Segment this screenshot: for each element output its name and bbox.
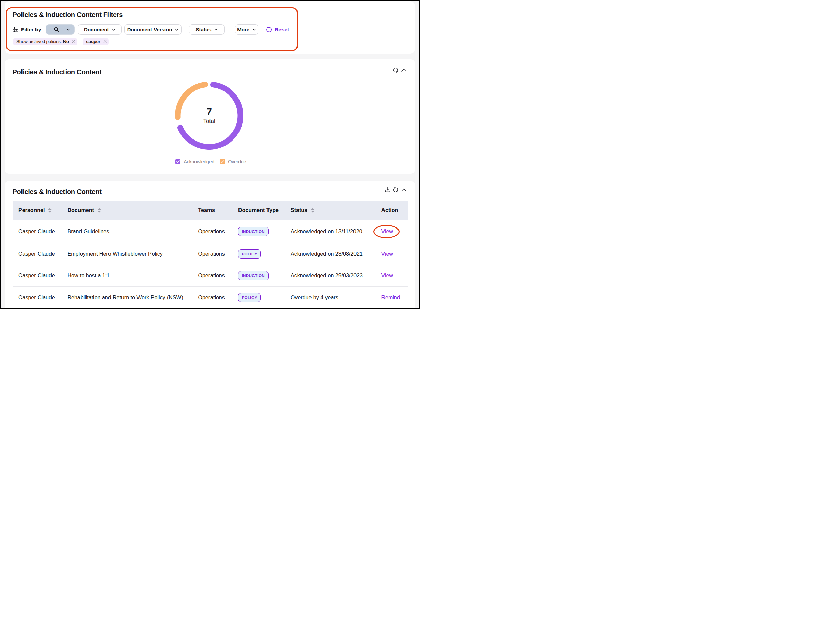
chevron-down-icon <box>112 29 115 31</box>
reset-filters-button[interactable]: Reset <box>266 24 289 35</box>
filter-row: Filter by Document Document Version Stat… <box>5 24 415 35</box>
cell-status: Acknowledged on 29/03/2023 <box>291 272 381 279</box>
filter-chip-search-term[interactable]: casper <box>83 38 109 45</box>
cell-teams: Operations <box>198 272 238 279</box>
reset-icon <box>266 27 272 33</box>
filter-by: Filter by <box>13 24 41 35</box>
filters-card-title: Policies & Induction Content Filters <box>13 11 123 19</box>
legend-item-acknowledged[interactable]: Acknowledged <box>175 159 214 164</box>
table-card-title: Policies & Induction Content <box>13 188 102 196</box>
cell-status: Acknowledged on 23/08/2021 <box>291 251 381 257</box>
column-header-document-type[interactable]: Document Type <box>238 207 291 214</box>
cell-teams: Operations <box>198 295 238 301</box>
sort-icon[interactable] <box>97 208 102 213</box>
filter-by-label: Filter by <box>21 27 41 33</box>
cell-teams: Operations <box>198 251 238 257</box>
collapse-button[interactable] <box>401 187 406 192</box>
search-icon <box>54 27 59 32</box>
checkbox-overdue[interactable] <box>220 159 225 164</box>
reset-label: Reset <box>275 27 289 33</box>
close-icon[interactable] <box>72 40 76 43</box>
chart-card-title: Policies & Induction Content <box>13 68 102 76</box>
chevron-up-icon <box>401 68 406 71</box>
refresh-button[interactable] <box>393 187 398 192</box>
column-header-document[interactable]: Document <box>68 207 198 214</box>
chevron-down-icon <box>214 29 218 31</box>
cell-personnel: Casper Claude <box>18 229 68 235</box>
active-filter-chips: Show archived policies: No casper <box>13 38 109 45</box>
cell-personnel: Casper Claude <box>18 251 68 257</box>
document-type-badge: POLICY <box>238 249 261 258</box>
cell-document: Rehabilitation and Return to Work Policy… <box>68 295 198 301</box>
remind-link[interactable]: Remind <box>381 295 400 301</box>
refresh-button[interactable] <box>393 68 398 73</box>
collapse-button[interactable] <box>401 68 406 73</box>
document-filter-dropdown[interactable]: Document <box>78 24 122 35</box>
view-link[interactable]: View <box>381 229 393 235</box>
table-header-row: Personnel Document Teams Document Type S… <box>13 201 408 220</box>
filter-chip-archived[interactable]: Show archived policies: No <box>13 38 77 45</box>
cell-personnel: Casper Claude <box>18 272 68 279</box>
table-body: Casper Claude Brand Guidelines Operation… <box>13 220 408 309</box>
filters-card: Policies & Induction Content Filters Fil… <box>5 1 415 53</box>
cell-document: Brand Guidelines <box>68 229 198 235</box>
chevron-down-icon <box>67 29 70 31</box>
screenshot-frame: Policies & Induction Content Filters Fil… <box>0 0 420 309</box>
checkbox-acknowledged[interactable] <box>175 159 181 164</box>
table-row[interactable]: Casper Claude Rehabilitation and Return … <box>13 287 408 309</box>
cell-teams: Operations <box>198 229 238 235</box>
sliders-icon <box>13 27 18 32</box>
table-row[interactable]: Casper Claude Brand Guidelines Operation… <box>13 220 408 244</box>
sort-icon[interactable] <box>48 208 52 213</box>
column-header-personnel[interactable]: Personnel <box>18 207 68 214</box>
sort-icon[interactable] <box>310 208 315 213</box>
donut-total-value: 7 <box>207 107 212 117</box>
document-type-badge: INDUCTION <box>238 227 269 236</box>
view-link[interactable]: View <box>381 251 393 257</box>
table-row[interactable]: Casper Claude Employment Hero Whistleblo… <box>13 243 408 265</box>
close-icon[interactable] <box>103 40 107 43</box>
legend-item-overdue[interactable]: Overdue <box>220 159 246 164</box>
check-icon <box>176 160 180 163</box>
search-filter-button[interactable] <box>46 24 75 35</box>
table-card-actions <box>385 187 406 192</box>
table-row[interactable]: Casper Claude How to host a 1:1 Operatio… <box>13 265 408 287</box>
more-filters-dropdown[interactable]: More <box>235 24 258 35</box>
chart-card: Policies & Induction Content 7 <box>5 59 415 174</box>
document-type-badge: INDUCTION <box>238 271 269 280</box>
column-header-action[interactable]: Action <box>381 207 409 214</box>
cell-status: Overdue by 4 years <box>291 295 381 301</box>
chevron-down-icon <box>253 29 256 31</box>
refresh-icon <box>393 67 398 73</box>
column-header-teams[interactable]: Teams <box>198 207 238 214</box>
view-link[interactable]: View <box>381 272 393 279</box>
chart-legend: Acknowledged Overdue <box>6 159 416 164</box>
refresh-icon <box>393 187 398 193</box>
download-button[interactable] <box>385 187 390 192</box>
document-version-filter-dropdown[interactable]: Document Version <box>124 24 182 35</box>
chevron-up-icon <box>401 188 406 191</box>
cell-document: Employment Hero Whistleblower Policy <box>68 251 198 257</box>
status-filter-dropdown[interactable]: Status <box>189 24 224 35</box>
chart-card-actions <box>393 68 407 73</box>
chevron-down-icon <box>175 29 178 31</box>
table-card: Policies & Induction Content <box>5 181 415 309</box>
column-header-status[interactable]: Status <box>291 207 381 214</box>
cell-personnel: Casper Claude <box>18 295 68 301</box>
cell-document: How to host a 1:1 <box>68 272 198 279</box>
cell-status: Acknowledged on 13/11/2020 <box>291 229 381 235</box>
donut-center: 7 Total <box>168 75 250 156</box>
download-icon <box>385 187 390 192</box>
document-type-badge: POLICY <box>238 293 261 302</box>
donut-total-label: Total <box>203 118 215 125</box>
donut-chart: 7 Total <box>168 75 250 156</box>
check-icon <box>221 160 224 163</box>
